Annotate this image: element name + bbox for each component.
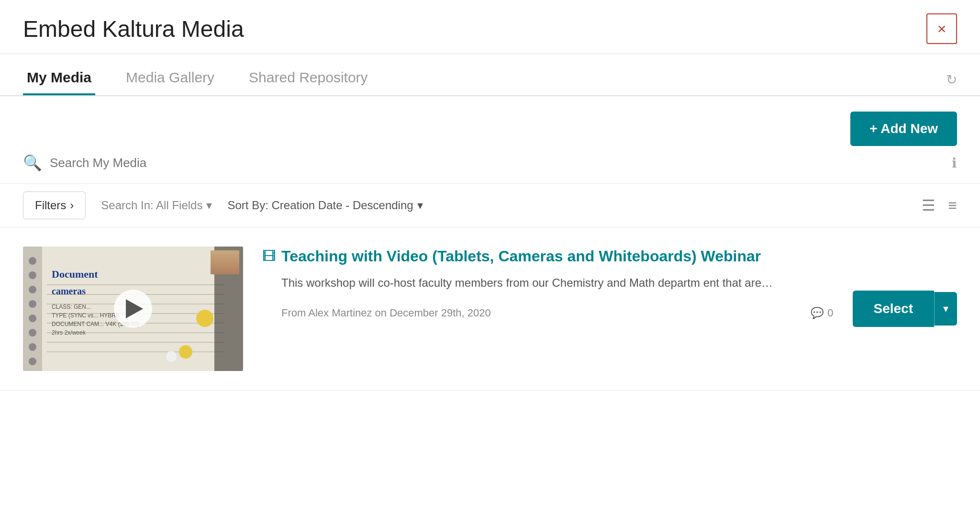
select-dropdown-button[interactable]: ▾ xyxy=(934,292,957,326)
search-in-dropdown[interactable]: Search In: All Fields ▾ xyxy=(101,199,212,212)
modal-title: Embed Kaltura Media xyxy=(23,16,244,42)
svg-text:TYPE (SYNC vs... HYBRB: TYPE (SYNC vs... HYBRB xyxy=(52,312,120,319)
comment-icon: 💬 xyxy=(811,307,824,319)
svg-point-7 xyxy=(29,329,36,337)
tab-shared-repository[interactable]: Shared Repository xyxy=(245,58,371,95)
svg-rect-1 xyxy=(23,247,42,371)
svg-point-4 xyxy=(29,286,36,293)
svg-point-6 xyxy=(29,315,36,322)
avatar xyxy=(211,250,239,274)
play-triangle-icon xyxy=(126,299,143,318)
svg-point-8 xyxy=(29,343,36,351)
refresh-icon[interactable]: ↻ xyxy=(946,72,957,95)
filters-row: Filters › Search In: All Fields ▾ Sort B… xyxy=(0,183,980,227)
svg-text:2hrs 2x/week: 2hrs 2x/week xyxy=(52,329,86,336)
media-list: Document cameras CLASS: GEN... TYPE (SYN… xyxy=(0,227,980,391)
detail-view-icon[interactable]: ≡ xyxy=(948,197,957,214)
sort-arrow: ▾ xyxy=(417,199,423,212)
svg-text:cameras: cameras xyxy=(52,286,86,296)
svg-point-2 xyxy=(29,257,36,265)
media-title[interactable]: Teaching with Video (Tablets, Cameras an… xyxy=(281,247,761,267)
svg-text:CLASS: GEN...: CLASS: GEN... xyxy=(52,304,91,310)
sort-dropdown[interactable]: Sort By: Creation Date - Descending ▾ xyxy=(227,199,423,212)
search-bar: 🔍 ℹ xyxy=(0,154,980,183)
media-thumbnail[interactable]: Document cameras CLASS: GEN... TYPE (SYN… xyxy=(23,247,243,371)
search-in-label: Search In: All Fields xyxy=(101,199,202,212)
media-info: 🎞 Teaching with Video (Tablets, Cameras … xyxy=(262,247,834,319)
filters-arrow: › xyxy=(70,199,74,212)
svg-point-3 xyxy=(29,271,36,279)
close-button[interactable]: × xyxy=(926,13,957,44)
modal-header: Embed Kaltura Media × xyxy=(0,0,980,54)
media-meta: From Alex Martinez on December 29th, 202… xyxy=(262,299,834,319)
play-button[interactable] xyxy=(114,290,152,328)
sort-label: Sort By: Creation Date - Descending xyxy=(227,199,413,212)
comment-count: 💬 0 xyxy=(811,307,833,319)
select-button-wrap: Select ▾ xyxy=(853,291,958,327)
svg-point-25 xyxy=(179,345,192,359)
toolbar: + Add New xyxy=(0,96,980,154)
comment-number: 0 xyxy=(827,307,833,319)
tabs-bar: My Media Media Gallery Shared Repository… xyxy=(0,58,980,96)
media-author: From Alex Martinez on December 29th, 202… xyxy=(281,307,491,319)
tab-my-media[interactable]: My Media xyxy=(23,58,95,95)
filters-button[interactable]: Filters › xyxy=(23,191,86,219)
svg-point-9 xyxy=(29,358,36,365)
search-in-arrow: ▾ xyxy=(206,199,212,212)
svg-point-26 xyxy=(166,351,177,362)
list-view-icon[interactable]: ☰ xyxy=(922,196,936,214)
select-button[interactable]: Select xyxy=(853,291,935,327)
view-icons: ☰ ≡ xyxy=(922,196,957,214)
search-input[interactable] xyxy=(50,156,944,170)
add-new-button[interactable]: + Add New xyxy=(850,112,957,146)
filters-label: Filters xyxy=(35,199,66,212)
svg-point-5 xyxy=(29,300,36,308)
media-item: Document cameras CLASS: GEN... TYPE (SYN… xyxy=(0,227,980,391)
info-icon: ℹ xyxy=(952,155,957,171)
svg-text:Document: Document xyxy=(52,268,98,280)
media-title-row: 🎞 Teaching with Video (Tablets, Cameras … xyxy=(262,247,834,267)
media-description: This workshop will co-host faculty membe… xyxy=(262,274,834,292)
svg-point-24 xyxy=(196,310,213,327)
film-icon: 🎞 xyxy=(262,248,276,264)
tab-media-gallery[interactable]: Media Gallery xyxy=(122,58,218,95)
search-icon: 🔍 xyxy=(23,154,42,172)
